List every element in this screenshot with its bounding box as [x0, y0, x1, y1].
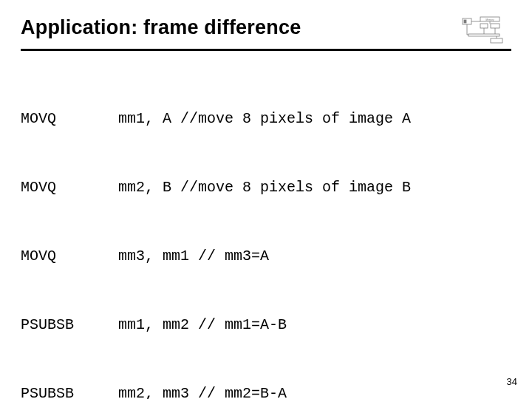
operands: mm1, A //move 8 pixels of image A — [118, 107, 411, 130]
svg-rect-6 — [468, 34, 499, 36]
code-row: PSUBSBmm2, mm3 // mm2=B-A — [21, 382, 511, 399]
operands: mm2, mm3 // mm2=B-A — [118, 382, 287, 399]
svg-rect-5 — [491, 24, 499, 28]
mnemonic: MOVQ — [21, 107, 118, 130]
slide-title: Application: frame difference — [21, 16, 301, 39]
operands: mm3, mm1 // mm3=A — [118, 245, 269, 267]
svg-rect-13 — [491, 38, 502, 43]
svg-text:Memory: Memory — [486, 18, 494, 21]
code-row: PSUBSBmm1, mm2 // mm1=A-B — [21, 313, 511, 336]
page-number: 34 — [507, 376, 517, 387]
mnemonic: PSUBSB — [21, 313, 118, 336]
title-divider — [21, 49, 511, 51]
computer-diagram-icon: Memory — [461, 16, 511, 44]
assembly-code-block: MOVQmm1, A //move 8 pixels of image A MO… — [21, 61, 511, 399]
operands: mm1, mm2 // mm1=A-B — [118, 313, 287, 336]
mnemonic: MOVQ — [21, 245, 118, 267]
svg-rect-1 — [464, 20, 466, 23]
operands: mm2, B //move 8 pixels of image B — [118, 176, 411, 199]
code-row: MOVQmm3, mm1 // mm3=A — [21, 245, 511, 267]
code-row: MOVQmm1, A //move 8 pixels of image A — [21, 107, 511, 130]
code-row: MOVQmm2, B //move 8 pixels of image B — [21, 176, 511, 199]
mnemonic: MOVQ — [21, 176, 118, 199]
svg-rect-4 — [480, 24, 488, 28]
mnemonic: PSUBSB — [21, 382, 118, 399]
